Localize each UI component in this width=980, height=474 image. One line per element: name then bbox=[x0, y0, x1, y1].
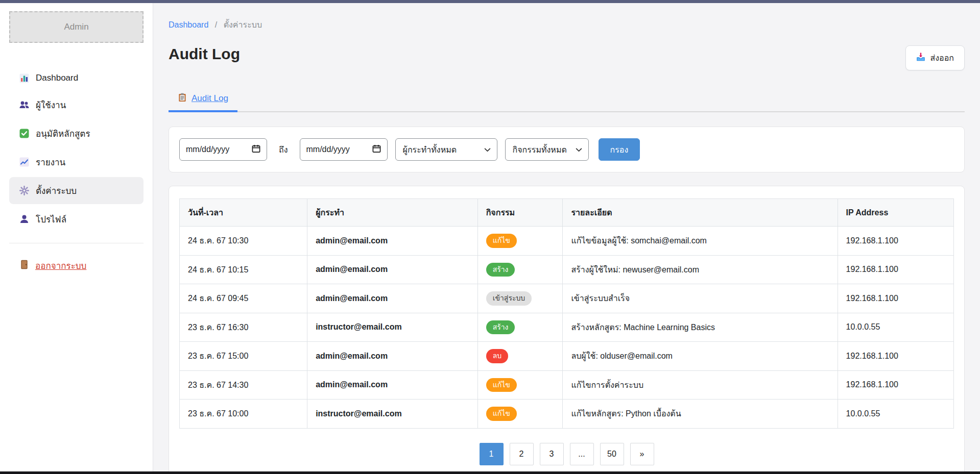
page-button-1[interactable]: 1 bbox=[480, 443, 504, 465]
cell-activity: สร้าง bbox=[477, 313, 563, 342]
date-to-value: mm/dd/yyyy bbox=[306, 145, 350, 154]
sidebar-item-label: ตั้งค่าระบบ bbox=[36, 184, 77, 197]
activity-badge: แก้ไข bbox=[486, 378, 517, 392]
cell-ip: 192.168.1.100 bbox=[838, 227, 953, 256]
page-button-next[interactable]: » bbox=[630, 443, 654, 465]
audit-table-card: วันที่-เวลา ผู้กระทำ กิจกรรม รายละเอียด … bbox=[169, 186, 965, 474]
sidebar-item-users[interactable]: ผู้ใช้งาน bbox=[9, 91, 144, 118]
cell-detail: แก้ไขหลักสูตร: Python เบื้องต้น bbox=[563, 400, 838, 429]
door-icon bbox=[19, 260, 29, 272]
tab-label: Audit Log bbox=[192, 93, 228, 104]
activity-badge: สร้าง bbox=[486, 263, 515, 277]
cell-datetime: 24 ธ.ค. 67 10:30 bbox=[180, 227, 307, 256]
cell-detail: แก้ไขข้อมูลผู้ใช้: somchai@email.com bbox=[563, 227, 838, 256]
table-row: 23 ธ.ค. 67 14:30 admin@email.com แก้ไข แ… bbox=[180, 370, 954, 400]
activity-badge: ลบ bbox=[486, 349, 508, 363]
cell-activity: แก้ไข bbox=[477, 227, 563, 256]
sidebar-divider bbox=[9, 243, 144, 243]
sidebar-item-profile[interactable]: โปรไฟล์ bbox=[9, 206, 144, 233]
cell-datetime: 23 ธ.ค. 67 10:00 bbox=[180, 400, 307, 429]
sidebar-item-label: รายงาน bbox=[36, 155, 65, 169]
check-square-icon bbox=[19, 129, 29, 138]
sidebar: Admin Dashboard ผู้ใช้งาน อนุมัติหลักสูต… bbox=[0, 3, 153, 471]
cell-datetime: 24 ธ.ค. 67 10:15 bbox=[180, 255, 307, 284]
date-from-input[interactable]: mm/dd/yyyy bbox=[179, 138, 267, 161]
cell-actor: instructor@email.com bbox=[307, 400, 478, 429]
page-button-50[interactable]: 50 bbox=[600, 443, 624, 465]
cell-ip: 192.168.1.100 bbox=[838, 255, 953, 284]
table-row: 24 ธ.ค. 67 10:30 admin@email.com แก้ไข แ… bbox=[180, 227, 954, 256]
breadcrumb-current: ตั้งค่าระบบ bbox=[224, 20, 262, 29]
gear-icon bbox=[19, 186, 29, 195]
sidebar-item-dashboard[interactable]: Dashboard bbox=[9, 66, 144, 90]
activity-badge: แก้ไข bbox=[486, 407, 517, 421]
tab-bar: Audit Log bbox=[169, 88, 965, 112]
sidebar-item-settings[interactable]: ตั้งค่าระบบ bbox=[9, 177, 144, 204]
cell-actor: admin@email.com bbox=[307, 284, 478, 313]
sidebar-item-reports[interactable]: รายงาน bbox=[9, 148, 144, 176]
tab-audit-log[interactable]: Audit Log bbox=[169, 88, 237, 112]
cell-detail: สร้างผู้ใช้ใหม่: newuser@email.com bbox=[563, 255, 838, 284]
column-header-activity: กิจกรรม bbox=[477, 199, 563, 227]
calendar-icon bbox=[252, 144, 260, 155]
column-header-ip: IP Address bbox=[838, 199, 953, 227]
users-icon bbox=[19, 100, 29, 110]
app-shell: Admin Dashboard ผู้ใช้งาน อนุมัติหลักสูต… bbox=[0, 3, 980, 471]
sidebar-item-label: Dashboard bbox=[36, 73, 78, 83]
sidebar-item-approve-courses[interactable]: อนุมัติหลักสูตร bbox=[9, 120, 144, 147]
download-tray-icon bbox=[916, 53, 925, 64]
page-button-2[interactable]: 2 bbox=[510, 443, 534, 465]
cell-actor: admin@email.com bbox=[307, 342, 478, 371]
cell-detail: ลบผู้ใช้: olduser@email.com bbox=[563, 342, 838, 371]
table-row: 23 ธ.ค. 67 10:00 instructor@email.com แก… bbox=[180, 400, 954, 429]
logo-placeholder: Admin bbox=[9, 11, 144, 43]
cell-activity: แก้ไข bbox=[477, 370, 563, 400]
column-header-datetime: วันที่-เวลา bbox=[180, 199, 307, 227]
cell-ip: 192.168.1.100 bbox=[838, 284, 953, 313]
cell-actor: admin@email.com bbox=[307, 370, 478, 400]
cell-ip: 192.168.1.100 bbox=[838, 370, 953, 400]
cell-activity: เข้าสู่ระบบ bbox=[477, 284, 563, 313]
cell-datetime: 23 ธ.ค. 67 15:00 bbox=[180, 342, 307, 371]
cell-actor: admin@email.com bbox=[307, 255, 478, 284]
filter-panel: mm/dd/yyyy ถึง mm/dd/yyyy ผู้กระทำทั้งหม… bbox=[169, 127, 965, 172]
logout-label: ออกจากระบบ bbox=[35, 259, 86, 272]
export-button[interactable]: ส่งออก bbox=[905, 45, 965, 70]
actor-select-value: ผู้กระทำทั้งหมด bbox=[403, 143, 457, 156]
logout-link[interactable]: ออกจากระบบ bbox=[19, 259, 86, 272]
line-chart-icon bbox=[19, 157, 29, 167]
table-header-row: วันที่-เวลา ผู้กระทำ กิจกรรม รายละเอียด … bbox=[180, 199, 954, 227]
chevron-down-icon bbox=[576, 145, 582, 154]
actor-select[interactable]: ผู้กระทำทั้งหมด bbox=[395, 138, 497, 161]
cell-datetime: 23 ธ.ค. 67 14:30 bbox=[180, 370, 307, 400]
cell-activity: แก้ไข bbox=[477, 400, 563, 429]
cell-actor: admin@email.com bbox=[307, 227, 478, 256]
sidebar-item-label: โปรไฟล์ bbox=[36, 212, 66, 226]
audit-table: วันที่-เวลา ผู้กระทำ กิจกรรม รายละเอียด … bbox=[179, 198, 954, 429]
cell-ip: 10.0.0.55 bbox=[838, 313, 953, 342]
breadcrumb-separator: / bbox=[215, 20, 217, 29]
clipboard-icon bbox=[178, 93, 187, 104]
main-content: Dashboard / ตั้งค่าระบบ Audit Log ส่งออก… bbox=[153, 3, 980, 471]
column-header-actor: ผู้กระทำ bbox=[307, 199, 478, 227]
window-bottom-strip bbox=[0, 471, 980, 474]
activity-badge: สร้าง bbox=[486, 320, 515, 335]
pagination: 1 2 3 ... 50 » bbox=[179, 443, 954, 465]
cell-activity: สร้าง bbox=[477, 255, 563, 284]
sidebar-menu: Dashboard ผู้ใช้งาน อนุมัติหลักสูตร รายง… bbox=[9, 66, 144, 233]
logo-text: Admin bbox=[64, 22, 88, 32]
person-icon bbox=[19, 214, 29, 224]
activity-badge: แก้ไข bbox=[486, 234, 517, 248]
bar-chart-icon bbox=[19, 73, 29, 83]
date-to-input[interactable]: mm/dd/yyyy bbox=[300, 138, 388, 161]
activity-select[interactable]: กิจกรรมทั้งหมด bbox=[505, 138, 589, 161]
cell-detail: สร้างหลักสูตร: Machine Learning Basics bbox=[563, 313, 838, 342]
cell-ip: 192.168.1.100 bbox=[838, 342, 953, 371]
cell-ip: 10.0.0.55 bbox=[838, 400, 953, 429]
cell-activity: ลบ bbox=[477, 342, 563, 371]
table-row: 24 ธ.ค. 67 09:45 admin@email.com เข้าสู่… bbox=[180, 284, 954, 313]
breadcrumb-dashboard-link[interactable]: Dashboard bbox=[169, 20, 208, 29]
filter-button[interactable]: กรอง bbox=[599, 138, 640, 161]
page-button-3[interactable]: 3 bbox=[540, 443, 564, 465]
page-button-ellipsis[interactable]: ... bbox=[570, 443, 594, 465]
